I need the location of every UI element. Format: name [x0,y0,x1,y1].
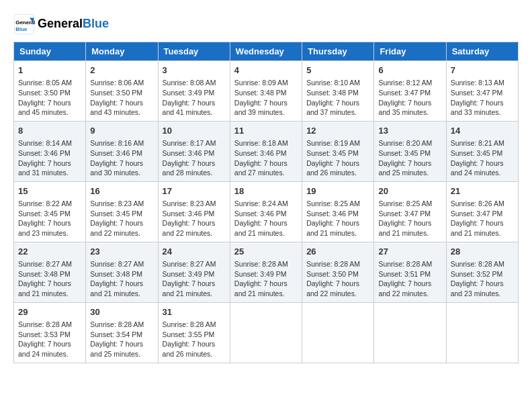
calendar-body: 1Sunrise: 8:05 AMSunset: 3:50 PMDaylight… [14,61,519,363]
sunrise-text: Sunrise: 8:25 AM [378,199,432,208]
daylight-label: Daylight: 7 hours and 21 minutes. [90,279,143,298]
calendar-cell: 31Sunrise: 8:28 AMSunset: 3:55 PMDayligh… [158,302,230,363]
sunrise-text: Sunrise: 8:21 AM [451,139,504,147]
daylight-label: Daylight: 7 hours and 37 minutes. [306,99,359,117]
sunset-text: Sunset: 3:45 PM [90,210,142,218]
sunset-text: Sunset: 3:48 PM [90,270,142,278]
daylight-label: Daylight: 7 hours and 24 minutes. [18,340,71,358]
calendar-cell [446,302,518,363]
calendar-cell: 27Sunrise: 8:28 AMSunset: 3:51 PMDayligh… [374,242,446,302]
sunset-text: Sunset: 3:50 PM [90,89,142,97]
sunrise-text: Sunrise: 8:08 AM [163,79,216,87]
calendar-cell: 20Sunrise: 8:25 AMSunset: 3:47 PMDayligh… [374,181,446,242]
calendar-cell [302,302,374,363]
sunset-text: Sunset: 3:46 PM [163,210,215,218]
daylight-label: Daylight: 7 hours and 22 minutes. [163,219,216,237]
sunrise-text: Sunrise: 8:12 AM [378,79,432,87]
sunrise-text: Sunrise: 8:18 AM [234,139,288,147]
calendar-cell: 7Sunrise: 8:13 AMSunset: 3:47 PMDaylight… [446,61,518,122]
calendar-cell: 18Sunrise: 8:24 AMSunset: 3:46 PMDayligh… [230,181,302,242]
sunset-text: Sunset: 3:50 PM [18,89,71,97]
day-number: 21 [451,185,514,197]
calendar-cell: 13Sunrise: 8:20 AMSunset: 3:45 PMDayligh… [374,121,446,181]
calendar-cell: 29Sunrise: 8:28 AMSunset: 3:53 PMDayligh… [14,302,86,363]
sunrise-text: Sunrise: 8:28 AM [451,260,504,268]
day-number: 19 [306,185,369,197]
day-number: 2 [90,64,153,77]
sunrise-text: Sunrise: 8:28 AM [378,260,432,268]
sunset-text: Sunset: 3:50 PM [306,270,359,278]
sunrise-text: Sunrise: 8:27 AM [90,260,144,268]
calendar-cell: 28Sunrise: 8:28 AMSunset: 3:52 PMDayligh… [446,242,518,302]
calendar-cell: 24Sunrise: 8:27 AMSunset: 3:49 PMDayligh… [158,242,230,302]
day-header-saturday: Saturday [446,42,518,61]
sunset-text: Sunset: 3:47 PM [451,210,503,218]
daylight-label: Daylight: 7 hours and 33 minutes. [451,99,504,117]
day-header-monday: Monday [86,42,158,61]
day-header-sunday: Sunday [14,42,86,61]
daylight-label: Daylight: 7 hours and 24 minutes. [451,159,504,177]
sunrise-text: Sunrise: 8:26 AM [451,199,504,208]
sunset-text: Sunset: 3:45 PM [451,149,503,157]
daylight-label: Daylight: 7 hours and 27 minutes. [234,159,287,177]
calendar-cell: 26Sunrise: 8:28 AMSunset: 3:50 PMDayligh… [302,242,374,302]
day-header-wednesday: Wednesday [230,42,302,61]
day-number: 18 [234,185,298,197]
sunset-text: Sunset: 3:55 PM [163,330,215,338]
calendar-cell: 1Sunrise: 8:05 AMSunset: 3:50 PMDaylight… [14,61,86,122]
day-number: 15 [18,185,81,197]
day-number: 24 [163,246,226,258]
sunset-text: Sunset: 3:51 PM [378,270,431,278]
day-number: 30 [90,306,153,318]
calendar-cell: 19Sunrise: 8:25 AMSunset: 3:46 PMDayligh… [302,181,374,242]
page-header: General Blue GeneralBlue [13,13,519,35]
day-number: 25 [234,246,298,258]
sunrise-text: Sunrise: 8:14 AM [18,139,72,147]
calendar-cell: 25Sunrise: 8:28 AMSunset: 3:49 PMDayligh… [230,242,302,302]
day-number: 4 [234,64,298,77]
day-number: 31 [163,306,226,318]
sunrise-text: Sunrise: 8:28 AM [90,320,144,328]
sunrise-text: Sunrise: 8:09 AM [234,79,288,87]
sunset-text: Sunset: 3:49 PM [163,89,215,97]
calendar-cell: 5Sunrise: 8:10 AMSunset: 3:48 PMDaylight… [302,61,374,122]
logo-icon: General Blue [13,13,35,35]
day-number: 7 [451,64,514,77]
calendar-cell: 11Sunrise: 8:18 AMSunset: 3:46 PMDayligh… [230,121,302,181]
sunrise-text: Sunrise: 8:28 AM [306,260,360,268]
sunrise-text: Sunrise: 8:10 AM [306,79,360,87]
calendar-header-row: SundayMondayTuesdayWednesdayThursdayFrid… [14,42,519,61]
daylight-label: Daylight: 7 hours and 23 minutes. [18,219,71,237]
calendar-cell: 17Sunrise: 8:23 AMSunset: 3:46 PMDayligh… [158,181,230,242]
day-number: 26 [306,246,369,258]
daylight-label: Daylight: 7 hours and 22 minutes. [306,279,359,298]
calendar-cell: 30Sunrise: 8:28 AMSunset: 3:54 PMDayligh… [86,302,158,363]
day-number: 17 [163,185,226,197]
day-number: 22 [18,246,81,258]
calendar-week-2: 8Sunrise: 8:14 AMSunset: 3:46 PMDaylight… [14,121,519,181]
calendar-table: SundayMondayTuesdayWednesdayThursdayFrid… [13,42,519,363]
calendar-cell: 6Sunrise: 8:12 AMSunset: 3:47 PMDaylight… [374,61,446,122]
daylight-label: Daylight: 7 hours and 28 minutes. [163,159,216,177]
sunset-text: Sunset: 3:45 PM [18,210,71,218]
calendar-cell: 15Sunrise: 8:22 AMSunset: 3:45 PMDayligh… [14,181,86,242]
sunrise-text: Sunrise: 8:22 AM [18,199,72,208]
calendar-cell: 8Sunrise: 8:14 AMSunset: 3:46 PMDaylight… [14,121,86,181]
calendar-cell: 4Sunrise: 8:09 AMSunset: 3:48 PMDaylight… [230,61,302,122]
daylight-label: Daylight: 7 hours and 21 minutes. [306,219,359,237]
calendar-cell: 22Sunrise: 8:27 AMSunset: 3:48 PMDayligh… [14,242,86,302]
day-number: 3 [163,64,226,77]
day-header-friday: Friday [374,42,446,61]
daylight-label: Daylight: 7 hours and 22 minutes. [378,279,431,298]
sunset-text: Sunset: 3:45 PM [378,149,431,157]
day-number: 6 [378,64,441,77]
calendar-cell [230,302,302,363]
daylight-label: Daylight: 7 hours and 26 minutes. [306,159,359,177]
calendar-cell: 12Sunrise: 8:19 AMSunset: 3:45 PMDayligh… [302,121,374,181]
sunrise-text: Sunrise: 8:27 AM [18,260,72,268]
calendar-cell: 10Sunrise: 8:17 AMSunset: 3:46 PMDayligh… [158,121,230,181]
calendar-cell: 23Sunrise: 8:27 AMSunset: 3:48 PMDayligh… [86,242,158,302]
sunset-text: Sunset: 3:48 PM [306,89,359,97]
sunrise-text: Sunrise: 8:23 AM [163,199,216,208]
daylight-label: Daylight: 7 hours and 21 minutes. [451,219,504,237]
